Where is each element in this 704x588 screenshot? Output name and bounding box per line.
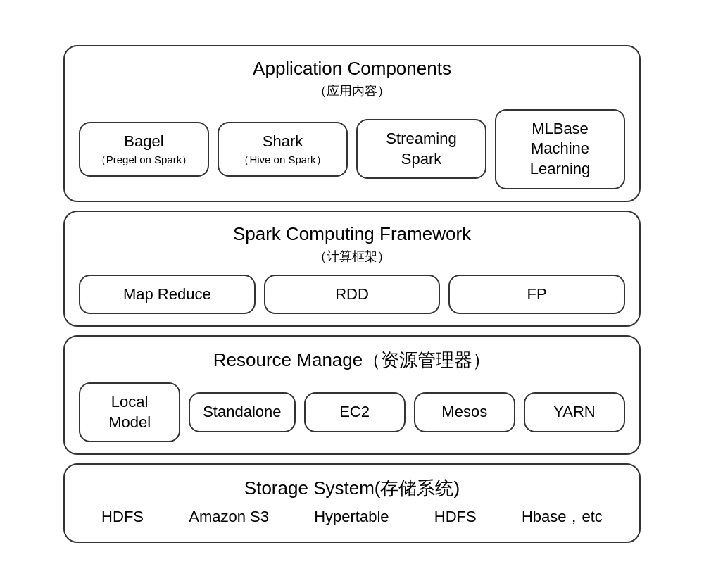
spark-item-fp-label: FP xyxy=(527,285,547,303)
storage-item-hdfs1: HDFS xyxy=(101,508,144,526)
app-item-shark: Shark （Hive on Spark） xyxy=(218,122,348,177)
resource-layer: Resource Manage（资源管理器） LocalModel Standa… xyxy=(63,335,641,455)
spark-item-mapreduce-label: Map Reduce xyxy=(123,285,211,303)
resource-item-standalone: Standalone xyxy=(189,392,295,432)
storage-item-hypertable: Hypertable xyxy=(314,508,389,526)
spark-items: Map Reduce RDD FP xyxy=(79,275,625,315)
resource-item-mesos: Mesos xyxy=(414,392,515,432)
spark-layer: Spark Computing Framework （计算框架） Map Red… xyxy=(63,211,641,327)
app-item-shark-main: Shark xyxy=(263,132,303,150)
spark-item-rdd-label: RDD xyxy=(335,285,369,303)
app-item-shark-sub: （Hive on Spark） xyxy=(232,153,334,167)
application-layer: Application Components （应用内容） Bagel （Pre… xyxy=(63,45,641,202)
storage-item-amazons3: Amazon S3 xyxy=(189,508,269,526)
storage-item-hbase: Hbase，etc xyxy=(522,506,603,527)
spark-subtitle: （计算框架） xyxy=(79,248,625,265)
app-item-bagel-main: Bagel xyxy=(124,132,163,150)
application-title: Application Components xyxy=(79,58,625,80)
spark-item-rdd: RDD xyxy=(264,275,441,315)
spark-title: Spark Computing Framework xyxy=(79,223,625,245)
diagram-container: Application Components （应用内容） Bagel （Pre… xyxy=(49,31,655,558)
resource-item-local: LocalModel xyxy=(79,382,180,442)
resource-item-mesos-label: Mesos xyxy=(441,403,487,420)
resource-item-ec2: EC2 xyxy=(304,392,406,432)
storage-items: HDFS Amazon S3 Hypertable HDFS Hbase，etc xyxy=(82,506,622,527)
spark-item-fp: FP xyxy=(448,275,625,315)
app-item-mlbase: MLBaseMachineLearning xyxy=(495,109,625,189)
app-item-bagel: Bagel （Pregel on Spark） xyxy=(79,122,209,177)
storage-layer: Storage System(存储系统) HDFS Amazon S3 Hype… xyxy=(63,463,641,543)
resource-items: LocalModel Standalone EC2 Mesos YARN xyxy=(79,382,625,442)
resource-item-standalone-label: Standalone xyxy=(203,403,281,420)
resource-item-ec2-label: EC2 xyxy=(339,403,370,420)
resource-item-local-label: LocalModel xyxy=(108,393,151,431)
app-item-mlbase-main: MLBaseMachineLearning xyxy=(530,120,591,177)
resource-item-yarn-label: YARN xyxy=(553,403,596,420)
application-subtitle: （应用内容） xyxy=(79,82,625,99)
app-item-bagel-sub: （Pregel on Spark） xyxy=(93,153,195,167)
storage-item-hdfs2: HDFS xyxy=(434,508,477,526)
app-item-streaming-main: StreamingSpark xyxy=(386,130,456,168)
resource-title: Resource Manage（资源管理器） xyxy=(79,348,625,373)
storage-title: Storage System(存储系统) xyxy=(82,476,622,501)
application-items: Bagel （Pregel on Spark） Shark （Hive on S… xyxy=(79,109,625,189)
resource-item-yarn: YARN xyxy=(524,392,625,432)
app-item-streaming: StreamingSpark xyxy=(356,119,486,179)
spark-item-mapreduce: Map Reduce xyxy=(79,275,256,315)
